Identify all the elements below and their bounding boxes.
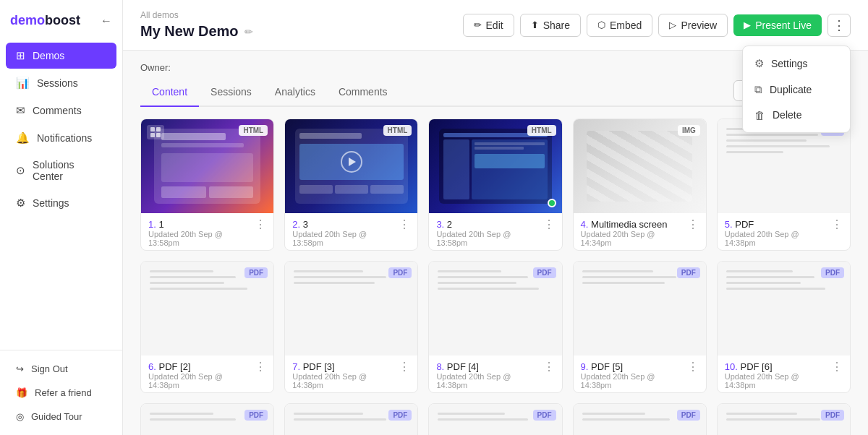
badge-pdf-8: PDF <box>533 267 556 278</box>
card-3-thumbnail: HTML <box>429 119 561 213</box>
present-live-button[interactable]: ▶ Present Live <box>733 14 822 36</box>
sidebar-item-sign-out[interactable]: ↪ Sign Out <box>6 358 116 380</box>
card-6-title: 6. PDF [2] <box>148 361 255 372</box>
badge-html-3: HTML <box>527 125 556 136</box>
edit-title-icon[interactable]: ✏ <box>244 26 253 38</box>
share-icon: ⬆ <box>531 20 539 30</box>
breadcrumb: All demos <box>140 10 253 20</box>
sidebar-label-refer-friend: Refer a friend <box>35 387 92 398</box>
card-2[interactable]: HTML 2. 3 Updated 20th Sep @ 13:58pm ⋮ <box>284 119 418 251</box>
main: All demos My New Demo ✏ ✏ Edit ⬆ Share ⬡… <box>123 0 868 435</box>
edit-button[interactable]: ✏ Edit <box>463 14 514 37</box>
sidebar-item-sessions[interactable]: 📊 Sessions <box>6 70 116 96</box>
card-10[interactable]: PDF 10. PDF [6] Updated 20th Sep @ 14:38… <box>717 261 851 393</box>
solutions-icon: ⊙ <box>16 164 25 177</box>
sidebar-label-notifications: Notifications <box>37 132 92 144</box>
sidebar-label-demos: Demos <box>33 50 64 61</box>
badge-pdf-7: PDF <box>388 267 412 278</box>
sidebar-item-refer-friend[interactable]: 🎁 Refer a friend <box>6 382 116 404</box>
sessions-icon: 📊 <box>16 77 30 90</box>
card-1-more-icon[interactable]: ⋮ <box>255 218 266 231</box>
sidebar-label-sign-out: Sign Out <box>31 363 68 374</box>
card-9[interactable]: PDF 9. PDF [5] Updated 20th Sep @ 14:38p… <box>573 261 707 393</box>
card-2-updated: Updated 20th Sep @ 13:58pm <box>292 230 399 247</box>
card-7-thumbnail: PDF <box>285 262 417 356</box>
guided-tour-icon: ◎ <box>16 411 24 422</box>
card-14[interactable]: PDF <box>573 403 707 435</box>
card-8-more-icon[interactable]: ⋮ <box>543 360 555 374</box>
card-7-title: 7. PDF [3] <box>292 361 399 372</box>
sidebar-item-solutions-center[interactable]: ⊙ Solutions Center <box>6 152 116 189</box>
more-button[interactable]: ⋮ <box>827 14 851 37</box>
tab-analytics[interactable]: Analytics <box>263 80 327 107</box>
card-10-thumbnail: PDF <box>718 262 850 356</box>
card-1[interactable]: HTML 1. 1 Updated 20th Sep @ 13:58pm <box>140 119 274 251</box>
badge-pdf-6: PDF <box>244 267 268 278</box>
card-10-more-icon[interactable]: ⋮ <box>831 360 843 374</box>
back-button[interactable]: ← <box>101 14 112 27</box>
card-3-info: 3. 2 Updated 20th Sep @ 13:58pm ⋮ <box>429 213 561 250</box>
sidebar-item-demos[interactable]: ⊞ Demos <box>6 43 116 69</box>
card-15[interactable]: PDF <box>717 403 851 435</box>
badge-img-4: IMG <box>678 125 700 136</box>
logo-demo: demo <box>10 13 45 27</box>
card-5-more-icon[interactable]: ⋮ <box>831 218 843 231</box>
sidebar-label-comments: Comments <box>33 105 82 116</box>
cards-grid: HTML 1. 1 Updated 20th Sep @ 13:58pm <box>140 119 851 435</box>
card-6-more-icon[interactable]: ⋮ <box>255 360 266 374</box>
card-4[interactable]: IMG 4. Multimedia screen Updated 20th Se… <box>573 119 707 251</box>
sidebar-item-guided-tour[interactable]: ◎ Guided Tour <box>6 405 116 428</box>
settings-icon: ⚙ <box>16 197 25 210</box>
card-9-more-icon[interactable]: ⋮ <box>687 360 699 374</box>
badge-pdf-13: PDF <box>533 410 556 421</box>
dropdown-item-settings[interactable]: ⚙ Settings <box>743 51 850 77</box>
badge-pdf-12: PDF <box>388 410 412 421</box>
sidebar-item-settings[interactable]: ⚙ Settings <box>6 190 116 216</box>
card-7-more-icon[interactable]: ⋮ <box>399 360 410 374</box>
demos-icon: ⊞ <box>16 49 25 62</box>
preview-button[interactable]: ▷ Preview <box>658 14 728 37</box>
card-4-thumbnail: IMG <box>574 119 706 213</box>
embed-button[interactable]: ⬡ Embed <box>587 14 652 37</box>
card-12[interactable]: PDF <box>284 403 418 435</box>
tab-sessions[interactable]: Sessions <box>199 80 263 107</box>
badge-pdf-11: PDF <box>244 410 268 421</box>
dropdown-menu: ⚙ Settings ⧉ Duplicate 🗑 Delete <box>742 46 851 133</box>
topbar-left: All demos My New Demo ✏ <box>140 10 253 40</box>
badge-pdf-15: PDF <box>821 410 844 421</box>
card-4-more-icon[interactable]: ⋮ <box>687 218 699 231</box>
tab-content[interactable]: Content <box>140 80 199 107</box>
card-3-more-icon[interactable]: ⋮ <box>543 218 555 231</box>
notifications-icon: 🔔 <box>16 132 30 145</box>
logo: demoboost <box>10 13 80 28</box>
card-13[interactable]: PDF <box>428 403 562 435</box>
share-button[interactable]: ⬆ Share <box>520 14 581 37</box>
card-3[interactable]: HTML 3. 2 Updated 20th Sep @ 13:58pm ⋮ <box>428 119 562 251</box>
sidebar-item-notifications[interactable]: 🔔 Notifications <box>6 125 116 151</box>
card-3-updated: Updated 20th Sep @ 13:58pm <box>436 230 542 247</box>
card-1-title: 1. 1 <box>148 219 255 230</box>
card-4-updated: Updated 20th Sep @ 14:34pm <box>581 230 687 247</box>
dropdown-item-delete[interactable]: 🗑 Delete <box>743 103 850 128</box>
card-6[interactable]: PDF 6. PDF [2] Updated 20th Sep @ 14:38p… <box>140 261 274 393</box>
topbar-actions: ✏ Edit ⬆ Share ⬡ Embed ▷ Preview ▶ Prese… <box>463 14 851 37</box>
card-10-updated: Updated 20th Sep @ 14:38pm <box>725 372 831 389</box>
card-1-info: 1. 1 Updated 20th Sep @ 13:58pm ⋮ <box>141 213 273 250</box>
embed-icon: ⬡ <box>597 20 605 30</box>
card-5-updated: Updated 20th Sep @ 14:38pm <box>725 230 831 247</box>
sidebar-nav: ⊞ Demos 📊 Sessions ✉ Comments 🔔 Notifica… <box>0 38 122 350</box>
preview-icon: ▷ <box>669 20 676 30</box>
card-2-info: 2. 3 Updated 20th Sep @ 13:58pm ⋮ <box>285 213 417 250</box>
card-7-updated: Updated 20th Sep @ 14:38pm <box>292 372 399 389</box>
card-11[interactable]: PDF <box>140 403 274 435</box>
card-2-more-icon[interactable]: ⋮ <box>399 218 410 231</box>
tab-comments[interactable]: Comments <box>327 80 399 107</box>
card-8[interactable]: PDF 8. PDF [4] Updated 20th Sep @ 14:38p… <box>428 261 562 393</box>
dropdown-settings-icon: ⚙ <box>754 57 764 70</box>
card-7[interactable]: PDF 7. PDF [3] Updated 20th Sep @ 14:38p… <box>284 261 418 393</box>
dropdown-item-duplicate[interactable]: ⧉ Duplicate <box>743 77 850 103</box>
card-6-thumbnail: PDF <box>141 262 273 356</box>
card-3-title: 3. 2 <box>436 219 542 230</box>
card-5[interactable]: PDF 5. PDF Updated 20th Sep @ 14:38pm ⋮ <box>717 119 851 251</box>
sidebar-item-comments[interactable]: ✉ Comments <box>6 98 116 124</box>
